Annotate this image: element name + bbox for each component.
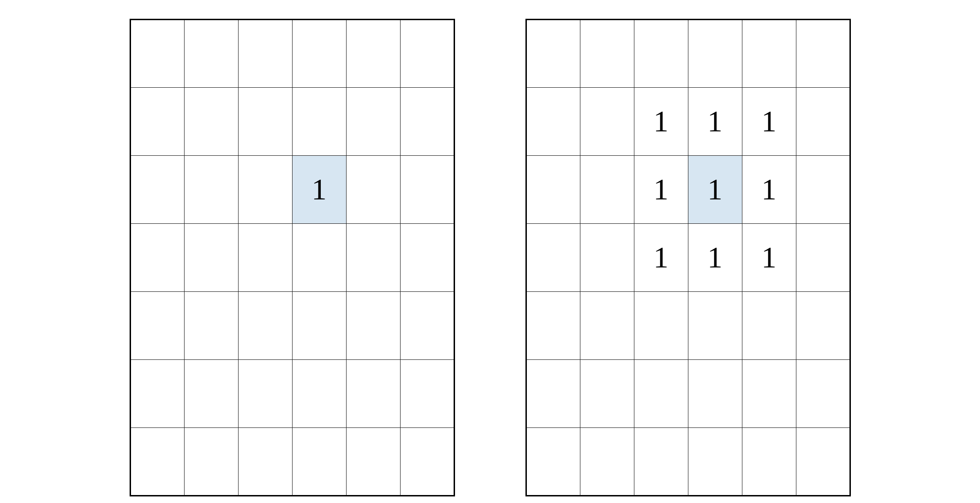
grid-cell: 1 [634, 156, 688, 224]
grid-cell [796, 88, 850, 156]
grid-cell: 1 [688, 224, 742, 292]
grid-cell [292, 20, 346, 88]
grid-cell [400, 428, 454, 496]
grid-cell [742, 360, 796, 428]
grid-cell [184, 88, 238, 156]
grid-cell [238, 360, 292, 428]
grid-cell [292, 224, 346, 292]
grid-cell [400, 88, 454, 156]
grid-cell [580, 156, 634, 224]
grid-cell [184, 20, 238, 88]
grid-cell: 1 [634, 88, 688, 156]
grid-cell [742, 292, 796, 360]
grid-cell [184, 224, 238, 292]
grid-cell [130, 88, 184, 156]
grid-cell [796, 292, 850, 360]
grid-cell [400, 224, 454, 292]
grid-cell [292, 88, 346, 156]
grid-cell [634, 20, 688, 88]
grid-cell [184, 428, 238, 496]
grid-cell [526, 88, 580, 156]
grid-cell [130, 428, 184, 496]
grid-cell [526, 292, 580, 360]
grid-cell [400, 292, 454, 360]
grid-cell [742, 20, 796, 88]
grid-cell [292, 292, 346, 360]
grid-cell [580, 428, 634, 496]
grid-cell [238, 88, 292, 156]
grid-cell [526, 360, 580, 428]
grid-cell [346, 224, 400, 292]
grid-cell [130, 224, 184, 292]
grid-cell [346, 292, 400, 360]
left-grid: 1 [130, 19, 455, 496]
grid-cell-highlight: 1 [688, 156, 742, 224]
grid-cell [742, 428, 796, 496]
grid-cell [634, 360, 688, 428]
grid-cell [526, 428, 580, 496]
grid-cell [346, 156, 400, 224]
right-grid: 111 111 111 [525, 19, 851, 496]
grid-cell: 1 [688, 88, 742, 156]
grid-cell: 1 [742, 88, 796, 156]
grid-cell [346, 360, 400, 428]
grid-cell [184, 360, 238, 428]
grid-cell [526, 20, 580, 88]
grid-cell [346, 428, 400, 496]
grid-cell [238, 156, 292, 224]
grid-cell [130, 20, 184, 88]
grid-cell: 1 [742, 156, 796, 224]
grid-cell [184, 292, 238, 360]
grid-cell [238, 20, 292, 88]
grid-cell [400, 156, 454, 224]
grid-cell [688, 20, 742, 88]
grid-cell [796, 428, 850, 496]
grid-cell [580, 360, 634, 428]
grid-cell [634, 292, 688, 360]
grid-cell [238, 428, 292, 496]
left-grid-table: 1 [130, 19, 455, 496]
grid-cell [580, 292, 634, 360]
grid-cell: 1 [742, 224, 796, 292]
grid-cell [526, 224, 580, 292]
grid-cell [238, 224, 292, 292]
grid-cell-highlight: 1 [292, 156, 346, 224]
grid-cell [526, 156, 580, 224]
grid-cell [292, 428, 346, 496]
right-grid-table: 111 111 111 [525, 19, 851, 496]
grid-cell [688, 428, 742, 496]
grid-cell [346, 20, 400, 88]
grid-cell [688, 292, 742, 360]
grid-cell [292, 360, 346, 428]
grid-cell [238, 292, 292, 360]
grid-cell [796, 156, 850, 224]
grid-cell [130, 292, 184, 360]
grid-cell [130, 156, 184, 224]
grid-cell [796, 20, 850, 88]
grid-cell [580, 88, 634, 156]
grid-cell [184, 156, 238, 224]
grid-cell [346, 88, 400, 156]
grid-cell [400, 20, 454, 88]
grid-cell [130, 360, 184, 428]
grid-cell [580, 224, 634, 292]
grid-cell [796, 360, 850, 428]
grid-cell: 1 [634, 224, 688, 292]
grid-cell [580, 20, 634, 88]
grid-cell [796, 224, 850, 292]
grid-cell [400, 360, 454, 428]
grid-cell [634, 428, 688, 496]
grid-cell [688, 360, 742, 428]
